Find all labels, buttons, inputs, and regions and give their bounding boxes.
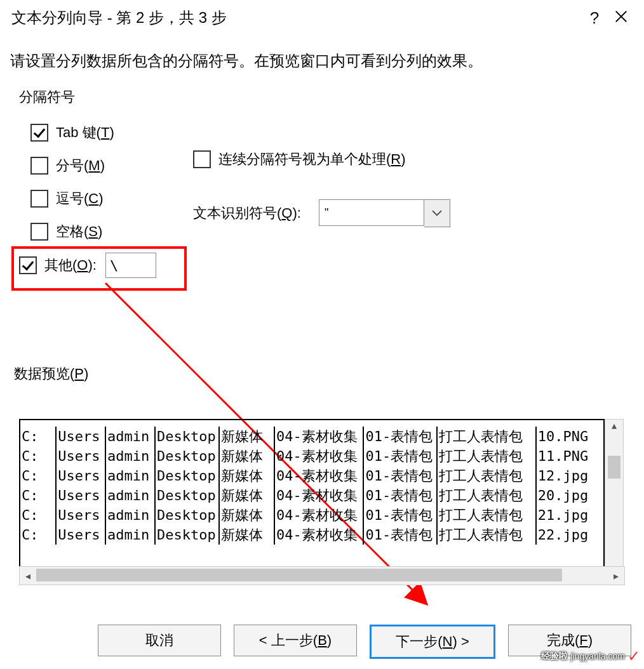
preview-cell: admin bbox=[106, 466, 156, 486]
preview-cell: 新媒体 bbox=[220, 427, 275, 446]
consecutive-row[interactable]: 连续分隔符号视为单个处理(R) bbox=[193, 150, 450, 169]
horizontal-scrollbar[interactable]: ◂ ▸ bbox=[19, 566, 625, 585]
preview-cell: 新媒体 bbox=[220, 486, 275, 505]
preview-cell: C: bbox=[20, 427, 57, 446]
watermark: 经验啦 jingyanla.com ✓ bbox=[541, 647, 640, 665]
delim-other-row[interactable]: 其他(O): bbox=[19, 253, 156, 278]
preview-cell: Desktop bbox=[156, 427, 220, 446]
preview-cell: Desktop bbox=[156, 525, 220, 545]
preview-cell: 打工人表情包 bbox=[438, 427, 536, 446]
preview-cell: 打工人表情包 bbox=[438, 525, 536, 545]
preview-cell: C: bbox=[20, 505, 57, 525]
text-qualifier-label: 文本识别符号(Q): bbox=[193, 204, 301, 223]
preview-cell: C: bbox=[20, 466, 57, 486]
preview-cell: 04-素材收集 bbox=[275, 446, 364, 466]
preview-cell: 01-表情包 bbox=[364, 446, 438, 466]
back-button[interactable]: < 上一步(B) bbox=[234, 625, 357, 656]
text-qualifier-combo[interactable]: " bbox=[319, 199, 450, 227]
preview-cell: 新媒体 bbox=[220, 505, 275, 525]
delim-tab-label: Tab 键(T) bbox=[56, 123, 114, 142]
preview-cell: 11.PNG bbox=[537, 446, 592, 466]
consecutive-checkbox[interactable] bbox=[193, 150, 211, 168]
preview-row: C:UsersadminDesktop新媒体04-素材收集01-表情包打工人表情… bbox=[20, 466, 592, 486]
preview-cell: Users bbox=[57, 466, 106, 486]
preview-cell: 20.jpg bbox=[537, 486, 592, 505]
chevron-down-icon bbox=[432, 210, 442, 216]
preview-cell: Users bbox=[57, 427, 106, 446]
preview-cell: 01-表情包 bbox=[364, 486, 438, 505]
preview-cell: 12.jpg bbox=[537, 466, 592, 486]
preview-cell: Desktop bbox=[156, 505, 220, 525]
scroll-up-icon[interactable]: ▴ bbox=[612, 420, 617, 432]
preview-cell: 04-素材收集 bbox=[275, 486, 364, 505]
preview-row: C:UsersadminDesktop新媒体04-素材收集01-表情包打工人表情… bbox=[20, 486, 592, 505]
data-preview: C:UsersadminDesktop新媒体04-素材收集01-表情包打工人表情… bbox=[19, 419, 624, 584]
delim-tab-row[interactable]: Tab 键(T) bbox=[30, 123, 621, 142]
preview-cell: admin bbox=[106, 446, 156, 466]
next-button[interactable]: 下一步(N) > bbox=[370, 625, 495, 659]
data-preview-label: 数据预览(P) bbox=[14, 364, 88, 383]
preview-cell: Desktop bbox=[156, 486, 220, 505]
title-bar: 文本分列向导 - 第 2 步，共 3 步 ? bbox=[0, 0, 644, 36]
preview-cell: 新媒体 bbox=[220, 466, 275, 486]
delim-tab-checkbox[interactable] bbox=[30, 124, 48, 142]
preview-cell: Users bbox=[57, 446, 106, 466]
preview-cell: C: bbox=[20, 525, 57, 545]
preview-cell: Users bbox=[57, 525, 106, 545]
preview-cell: 新媒体 bbox=[220, 525, 275, 545]
preview-cell: 打工人表情包 bbox=[438, 446, 536, 466]
preview-row: C:UsersadminDesktop新媒体04-素材收集01-表情包打工人表情… bbox=[20, 446, 592, 466]
help-button[interactable]: ? bbox=[582, 8, 607, 28]
consecutive-label: 连续分隔符号视为单个处理(R) bbox=[218, 150, 406, 169]
delim-space-checkbox[interactable] bbox=[30, 223, 48, 241]
preview-cell: 04-素材收集 bbox=[275, 525, 364, 545]
preview-cell: admin bbox=[106, 427, 156, 446]
preview-cell: Desktop bbox=[156, 446, 220, 466]
delim-comma-label: 逗号(C) bbox=[56, 189, 104, 208]
delim-comma-checkbox[interactable] bbox=[30, 190, 48, 208]
instruction-text: 请设置分列数据所包含的分隔符号。在预览窗口内可看到分列的效果。 bbox=[10, 51, 644, 71]
preview-cell: admin bbox=[106, 486, 156, 505]
preview-cell: Users bbox=[57, 486, 106, 505]
preview-cell: 22.jpg bbox=[537, 525, 592, 545]
cancel-button[interactable]: 取消 bbox=[98, 625, 221, 656]
preview-cell: 04-素材收集 bbox=[275, 427, 364, 446]
vertical-scrollbar[interactable]: ▴ ▾ bbox=[605, 419, 624, 584]
preview-cell: 01-表情包 bbox=[364, 525, 438, 545]
combo-dropdown-button[interactable] bbox=[424, 199, 450, 227]
preview-cell: 01-表情包 bbox=[364, 466, 438, 486]
preview-cell: Desktop bbox=[156, 466, 220, 486]
preview-row: C:UsersadminDesktop新媒体04-素材收集01-表情包打工人表情… bbox=[20, 525, 592, 545]
preview-cell: C: bbox=[20, 486, 57, 505]
delim-semicolon-label: 分号(M) bbox=[56, 156, 105, 175]
delimiter-group: 分隔符号 Tab 键(T) 分号(M) 逗号(C) 空格(S) 连续分隔符号视为… bbox=[13, 98, 631, 265]
preview-cell: 01-表情包 bbox=[364, 505, 438, 525]
delim-other-label: 其他(O): bbox=[44, 256, 97, 275]
preview-cell: 01-表情包 bbox=[364, 427, 438, 446]
preview-cell: admin bbox=[106, 505, 156, 525]
close-button[interactable] bbox=[607, 8, 635, 28]
preview-cell: Users bbox=[57, 505, 106, 525]
preview-cell: 04-素材收集 bbox=[275, 466, 364, 486]
preview-cell: 10.PNG bbox=[537, 427, 592, 446]
vscroll-thumb[interactable] bbox=[608, 456, 621, 479]
group-legend: 分隔符号 bbox=[15, 88, 79, 107]
preview-cell: C: bbox=[20, 446, 57, 466]
window-title: 文本分列向导 - 第 2 步，共 3 步 bbox=[11, 8, 582, 28]
preview-cell: 04-素材收集 bbox=[275, 505, 364, 525]
scroll-left-icon[interactable]: ◂ bbox=[20, 570, 36, 582]
preview-cell: 打工人表情包 bbox=[438, 486, 536, 505]
preview-row: C:UsersadminDesktop新媒体04-素材收集01-表情包打工人表情… bbox=[20, 427, 592, 446]
preview-cell: 打工人表情包 bbox=[438, 505, 536, 525]
preview-row: C:UsersadminDesktop新媒体04-素材收集01-表情包打工人表情… bbox=[20, 505, 592, 525]
delim-other-checkbox[interactable] bbox=[19, 256, 37, 274]
hscroll-thumb[interactable] bbox=[36, 569, 562, 581]
text-qualifier-value[interactable]: " bbox=[319, 199, 424, 226]
delim-semicolon-checkbox[interactable] bbox=[30, 157, 48, 175]
preview-cell: admin bbox=[106, 525, 156, 545]
delim-space-label: 空格(S) bbox=[56, 222, 102, 241]
preview-cell: 21.jpg bbox=[537, 505, 592, 525]
delim-other-input[interactable] bbox=[105, 253, 156, 278]
close-icon bbox=[614, 10, 628, 23]
scroll-right-icon[interactable]: ▸ bbox=[608, 570, 624, 582]
